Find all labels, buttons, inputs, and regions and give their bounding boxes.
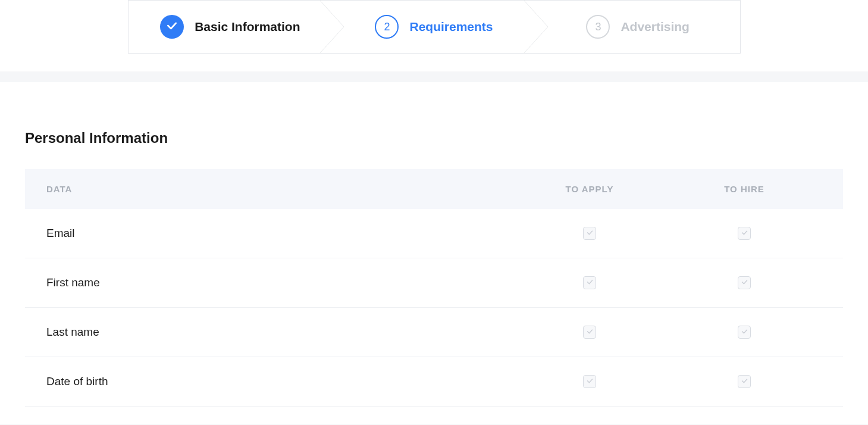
- column-header-to-hire: TO HIRE: [667, 184, 822, 194]
- step-requirements[interactable]: 2 Requirements: [332, 1, 536, 53]
- column-header-to-apply: TO APPLY: [512, 184, 667, 194]
- checkbox-to-apply-date-of-birth[interactable]: [583, 375, 596, 388]
- stepper: Basic Information 2 Requirements 3 Adver…: [128, 0, 741, 54]
- cell-to-apply: [512, 227, 667, 240]
- table-row: First name: [25, 258, 843, 308]
- cell-to-apply: [512, 276, 667, 289]
- table-row: Last name: [25, 308, 843, 357]
- step-advertising[interactable]: 3 Advertising: [536, 1, 740, 53]
- table-row: Date of birth: [25, 357, 843, 407]
- step-label: Basic Information: [195, 20, 300, 34]
- step-label: Requirements: [409, 20, 493, 34]
- column-header-data: DATA: [46, 184, 512, 194]
- checkbox-to-apply-email[interactable]: [583, 227, 596, 240]
- step-number: 2: [384, 21, 390, 33]
- stepper-container: Basic Information 2 Requirements 3 Adver…: [0, 0, 868, 71]
- step-label: Advertising: [621, 20, 690, 34]
- row-label: Last name: [46, 326, 512, 339]
- requirements-table: DATA TO APPLY TO HIRE Email First name: [25, 169, 843, 407]
- check-icon: [166, 20, 178, 35]
- section-title: Personal Information: [25, 130, 843, 146]
- content-panel: Personal Information DATA TO APPLY TO HI…: [0, 82, 868, 424]
- row-label: Email: [46, 227, 512, 240]
- cell-to-hire: [667, 227, 822, 240]
- checkbox-to-hire-last-name[interactable]: [738, 326, 751, 339]
- step-basic-information[interactable]: Basic Information: [129, 1, 333, 53]
- cell-to-hire: [667, 276, 822, 289]
- row-label: First name: [46, 276, 512, 289]
- checkbox-to-hire-email[interactable]: [738, 227, 751, 240]
- check-icon: [586, 228, 594, 239]
- step-number: 3: [595, 21, 601, 33]
- cell-to-apply: [512, 375, 667, 388]
- check-icon: [741, 376, 748, 387]
- check-icon: [586, 376, 594, 387]
- table-header: DATA TO APPLY TO HIRE: [25, 169, 843, 209]
- checkbox-to-hire-date-of-birth[interactable]: [738, 375, 751, 388]
- check-icon: [586, 327, 594, 338]
- step-circle-completed: [160, 15, 184, 39]
- checkbox-to-hire-first-name[interactable]: [738, 276, 751, 289]
- check-icon: [741, 228, 748, 239]
- cell-to-hire: [667, 326, 822, 339]
- cell-to-apply: [512, 326, 667, 339]
- check-icon: [586, 277, 594, 288]
- check-icon: [741, 327, 748, 338]
- section-gap: [0, 71, 868, 82]
- checkbox-to-apply-last-name[interactable]: [583, 326, 596, 339]
- table-row: Email: [25, 209, 843, 258]
- cell-to-hire: [667, 375, 822, 388]
- check-icon: [741, 277, 748, 288]
- row-label: Date of birth: [46, 375, 512, 388]
- checkbox-to-apply-first-name[interactable]: [583, 276, 596, 289]
- step-circle-active: 2: [375, 15, 399, 39]
- step-circle-inactive: 3: [586, 15, 610, 39]
